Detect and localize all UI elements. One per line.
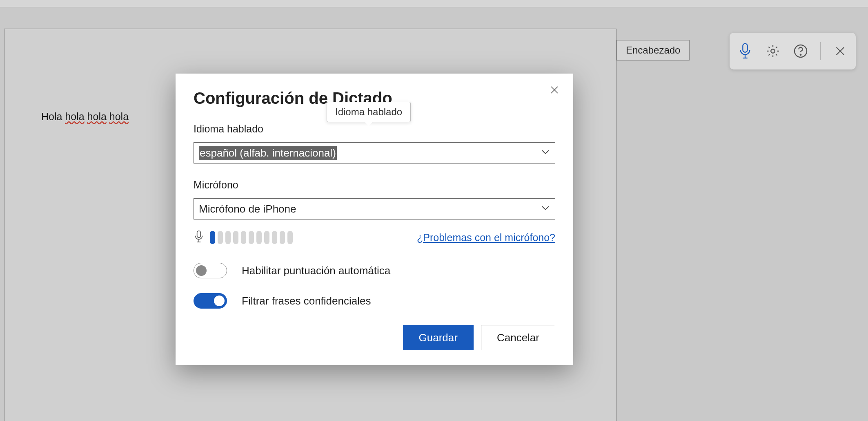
svg-rect-10 xyxy=(197,231,201,237)
svg-rect-0 xyxy=(743,44,747,52)
doc-word: Hola xyxy=(41,111,62,122)
chevron-down-icon xyxy=(541,205,550,213)
auto-punctuation-row: Habilitar puntuación automática xyxy=(194,263,555,278)
microphone-value: Micrófono de iPhone xyxy=(199,203,296,215)
spoken-language-label: Idioma hablado xyxy=(194,123,555,135)
help-icon[interactable] xyxy=(792,43,809,59)
mic-level-bar xyxy=(210,231,215,244)
microphone-help-link[interactable]: ¿Problemas con el micrófono? xyxy=(417,232,555,244)
mic-level-bar xyxy=(280,231,285,244)
spoken-language-tooltip: Idioma hablado xyxy=(327,102,411,122)
save-button[interactable]: Guardar xyxy=(403,325,474,350)
doc-word-misspelled: hola xyxy=(65,111,84,122)
mic-level-bar xyxy=(241,231,246,244)
dictation-settings-modal: Configuración de Dictado Idioma hablado … xyxy=(176,74,573,365)
cancel-button[interactable]: Cancelar xyxy=(481,325,555,350)
svg-point-3 xyxy=(771,49,775,53)
doc-word-misspelled: hola xyxy=(87,111,107,122)
filter-phrases-toggle[interactable] xyxy=(194,293,227,309)
microphone-label: Micrófono xyxy=(194,179,555,191)
mic-level-bar xyxy=(218,231,223,244)
close-icon[interactable] xyxy=(832,43,848,59)
mic-level-bar xyxy=(249,231,254,244)
svg-point-5 xyxy=(800,54,801,55)
dictation-toolbar xyxy=(730,33,856,69)
modal-button-row: Guardar Cancelar xyxy=(194,325,555,350)
spoken-language-dropdown[interactable]: español (alfab. internacional) xyxy=(194,142,555,163)
microphone-icon[interactable] xyxy=(737,43,753,59)
doc-word-misspelled: hola xyxy=(109,111,129,122)
mic-level-bar xyxy=(287,231,293,244)
mic-level-bar xyxy=(264,231,269,244)
ribbon-bar xyxy=(0,0,868,7)
chevron-down-icon xyxy=(541,149,550,157)
modal-close-button[interactable] xyxy=(547,83,562,99)
toolbar-separator xyxy=(820,42,821,60)
mic-level-bar xyxy=(233,231,238,244)
gear-icon[interactable] xyxy=(765,43,781,59)
spoken-language-value: español (alfab. internacional) xyxy=(199,146,337,160)
auto-punctuation-label: Habilitar puntuación automática xyxy=(242,264,390,277)
style-dropdown-label: Encabezado xyxy=(626,45,680,56)
filter-phrases-label: Filtrar frases confidenciales xyxy=(242,295,371,307)
paragraph-style-dropdown[interactable]: Encabezado xyxy=(617,40,690,60)
auto-punctuation-toggle[interactable] xyxy=(194,263,227,278)
microphone-dropdown[interactable]: Micrófono de iPhone xyxy=(194,198,555,219)
mic-level-bar xyxy=(225,231,231,244)
filter-phrases-row: Filtrar frases confidenciales xyxy=(194,293,555,309)
microphone-level-row: ¿Problemas con el micrófono? xyxy=(194,230,555,245)
mic-level-bar xyxy=(272,231,277,244)
microphone-level-meter xyxy=(210,231,293,244)
document-text: Hola hola hola hola xyxy=(41,111,129,123)
mic-level-bar xyxy=(256,231,262,244)
microphone-small-icon xyxy=(194,230,204,245)
